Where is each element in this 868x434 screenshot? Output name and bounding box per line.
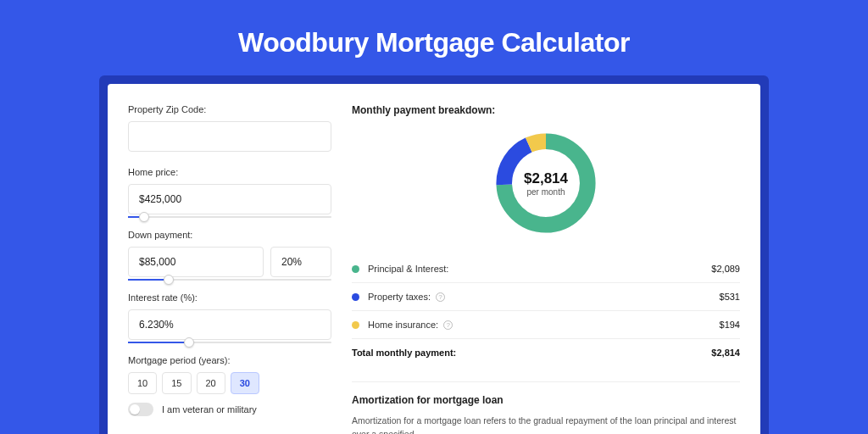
veteran-toggle[interactable] bbox=[128, 403, 153, 416]
home-price-label: Home price: bbox=[128, 167, 331, 177]
interest-slider[interactable] bbox=[128, 342, 331, 343]
legend-list: Principal & Interest:$2,089Property taxe… bbox=[352, 255, 740, 339]
period-button-30[interactable]: 30 bbox=[231, 372, 259, 394]
donut-chart: $2,814 per month bbox=[491, 128, 601, 238]
card-shadow: Property Zip Code: Home price: Down paym… bbox=[99, 75, 769, 434]
home-price-input[interactable] bbox=[128, 184, 331, 214]
page-title: Woodbury Mortgage Calculator bbox=[238, 27, 630, 58]
zip-input[interactable] bbox=[128, 121, 331, 152]
period-label: Mortgage period (years): bbox=[128, 355, 331, 365]
period-button-10[interactable]: 10 bbox=[128, 372, 157, 394]
down-payment-slider[interactable] bbox=[128, 279, 331, 281]
period-field-block: Mortgage period (years): 10152030 bbox=[128, 355, 331, 394]
down-payment-slider-fill bbox=[128, 279, 169, 281]
donut-sub: per month bbox=[526, 187, 565, 197]
interest-input[interactable] bbox=[128, 309, 331, 340]
home-price-field-block: Home price: bbox=[128, 167, 331, 214]
legend-value: $531 bbox=[720, 292, 740, 302]
period-buttons: 10152030 bbox=[128, 372, 331, 394]
period-button-15[interactable]: 15 bbox=[162, 372, 191, 394]
amortization-body: Amortization for a mortgage loan refers … bbox=[352, 415, 740, 434]
interest-field-block: Interest rate (%): bbox=[128, 292, 331, 340]
legend-dot bbox=[352, 265, 359, 273]
legend-label: Property taxes: bbox=[368, 292, 431, 302]
breakdown-panel: Monthly payment breakdown: $2,814 per mo… bbox=[352, 104, 740, 434]
amortization-heading: Amortization for mortgage loan bbox=[352, 381, 740, 406]
donut-amount: $2,814 bbox=[524, 170, 568, 187]
legend-row: Property taxes:?$531 bbox=[352, 283, 740, 311]
legend-label: Principal & Interest: bbox=[368, 264, 448, 274]
zip-label: Property Zip Code: bbox=[128, 104, 331, 114]
legend-dot bbox=[352, 293, 359, 301]
home-price-slider[interactable] bbox=[128, 216, 331, 218]
down-payment-slider-thumb[interactable] bbox=[164, 275, 174, 285]
down-payment-label: Down payment: bbox=[128, 230, 331, 240]
interest-slider-fill bbox=[128, 342, 189, 343]
down-payment-field-block: Down payment: bbox=[128, 230, 331, 277]
legend-value: $194 bbox=[720, 320, 740, 330]
total-row: Total monthly payment: $2,814 bbox=[352, 339, 740, 368]
legend-row: Principal & Interest:$2,089 bbox=[352, 255, 740, 283]
donut-center: $2,814 per month bbox=[491, 128, 601, 238]
legend-value: $2,089 bbox=[711, 264, 740, 274]
legend-dot bbox=[352, 321, 359, 329]
veteran-row: I am veteran or military bbox=[128, 403, 331, 416]
down-payment-pct-input[interactable] bbox=[270, 247, 331, 277]
legend-label: Home insurance: bbox=[368, 320, 438, 330]
home-price-slider-thumb[interactable] bbox=[139, 212, 149, 222]
form-panel: Property Zip Code: Home price: Down paym… bbox=[128, 104, 331, 434]
info-icon[interactable]: ? bbox=[436, 292, 445, 302]
period-button-20[interactable]: 20 bbox=[197, 372, 225, 394]
total-label: Total monthly payment: bbox=[352, 348, 456, 358]
interest-label: Interest rate (%): bbox=[128, 292, 331, 303]
breakdown-heading: Monthly payment breakdown: bbox=[352, 104, 740, 116]
calculator-card: Property Zip Code: Home price: Down paym… bbox=[108, 84, 760, 434]
down-payment-input[interactable] bbox=[128, 247, 264, 277]
veteran-label: I am veteran or military bbox=[162, 404, 257, 415]
legend-row: Home insurance:?$194 bbox=[352, 311, 740, 339]
total-value: $2,814 bbox=[711, 348, 740, 358]
interest-slider-thumb[interactable] bbox=[184, 337, 194, 348]
info-icon[interactable]: ? bbox=[443, 320, 453, 330]
donut-wrap: $2,814 per month bbox=[352, 128, 740, 238]
zip-field-block: Property Zip Code: bbox=[128, 104, 331, 152]
